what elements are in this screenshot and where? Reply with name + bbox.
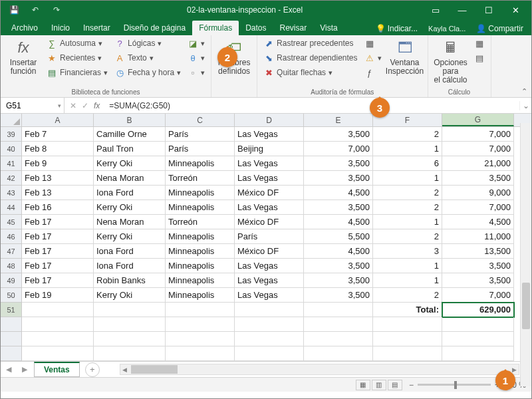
cell[interactable]: 3,500 [442,259,514,273]
cell[interactable]: Paul Tron [94,142,166,156]
cell[interactable] [94,317,166,332]
cell[interactable] [304,303,373,317]
cell[interactable] [304,317,373,332]
cell[interactable] [22,332,94,346]
cell[interactable] [235,317,304,332]
row-header[interactable]: 42 [1,171,22,186]
cell[interactable]: Feb 8 [22,142,94,156]
cell[interactable]: Las Vegas [235,273,304,288]
accept-formula-icon[interactable]: ✓ [82,101,88,110]
maximize-icon[interactable]: ☐ [475,1,502,19]
col-header-a[interactable]: A [22,114,94,126]
cell[interactable]: Iona Ford [94,186,166,200]
cell[interactable]: 5,500 [304,229,373,244]
cell[interactable]: Las Vegas [235,156,304,171]
row-header[interactable] [1,317,22,332]
cell[interactable]: Iona Ford [94,259,166,273]
col-header-b[interactable]: B [94,114,166,126]
scroll-thumb[interactable] [522,283,530,329]
cell[interactable]: 3 [373,244,442,259]
autosum-button[interactable]: ∑Autosuma ▾ [45,37,110,50]
row-header[interactable]: 45 [1,215,22,229]
cell[interactable] [373,346,442,361]
cell[interactable]: Kerry Oki [94,229,166,244]
financial-button[interactable]: ▤Financieras ▾ [45,66,110,79]
total-value[interactable]: 629,000 [442,303,514,317]
cell[interactable]: 2 [373,127,442,142]
cell[interactable]: Las Vegas [235,259,304,273]
cell[interactable]: 1 [373,215,442,229]
cell[interactable] [442,346,514,361]
tab-datos[interactable]: Datos [239,21,273,35]
cell[interactable] [235,303,304,317]
cell[interactable]: 3,500 [304,288,373,303]
redo-icon[interactable]: ↷ [46,1,67,19]
tab-inicio[interactable]: Inicio [45,21,76,35]
cell[interactable]: Nena Moran [94,171,166,186]
cell[interactable]: Minneapolis [166,273,235,288]
cell[interactable]: París [166,127,235,142]
vertical-scrollbar[interactable] [520,123,531,386]
col-header-c[interactable]: C [166,114,235,126]
cell[interactable]: 6 [373,156,442,171]
trace-precedents-button[interactable]: ⬈Rastrear precedentes [261,37,359,50]
cell[interactable]: Feb 13 [22,171,94,186]
sheet-nav-next-icon[interactable]: ▶ [17,365,33,374]
cell[interactable]: 2 [373,200,442,215]
expand-formula-icon[interactable]: ⌄ [519,101,531,110]
cell[interactable] [22,346,94,361]
cell[interactable]: 21,000 [442,156,514,171]
tab-insertar[interactable]: Insertar [76,21,117,35]
cell[interactable]: Las Vegas [235,127,304,142]
cell[interactable]: México DF [235,186,304,200]
cell[interactable]: Kerry Oki [94,156,166,171]
evaluate-button[interactable]: ƒ [362,66,384,79]
cell[interactable]: 1 [373,171,442,186]
cell[interactable] [235,332,304,346]
close-icon[interactable]: ✕ [502,1,529,19]
cell[interactable]: Minneapolis [166,156,235,171]
tab-archivo[interactable]: Archivo [5,21,45,35]
page-layout-view-icon[interactable]: ▥ [372,380,386,390]
row-header[interactable]: 47 [1,244,22,259]
cell[interactable]: Torreón [166,215,235,229]
row-header[interactable]: 40 [1,142,22,156]
date-button[interactable]: ◷Fecha y hora ▾ [112,66,183,79]
cell[interactable]: 7,000 [442,288,514,303]
cell[interactable]: México DF [235,244,304,259]
cell[interactable]: Feb 9 [22,156,94,171]
name-box[interactable]: G51 [1,98,65,113]
row-header[interactable]: 43 [1,186,22,200]
cell[interactable]: 4,500 [442,215,514,229]
calc-sheet-button[interactable]: ▤ [472,51,487,65]
cell[interactable]: 3,500 [304,200,373,215]
cell[interactable]: Las Vegas [235,288,304,303]
cell[interactable]: 3,500 [304,259,373,273]
cell[interactable]: 7,000 [442,127,514,142]
cell[interactable]: 1 [373,259,442,273]
row-header[interactable]: 46 [1,229,22,244]
cell[interactable]: Robin Banks [94,273,166,288]
cell[interactable]: Minneapolis [166,200,235,215]
row-header[interactable]: 50 [1,288,22,303]
cell[interactable]: 4,500 [304,215,373,229]
cell[interactable]: 3,500 [304,171,373,186]
zoom-slider[interactable] [418,384,491,386]
remove-arrows-button[interactable]: ✖Quitar flechas ▾ [261,66,359,79]
cell[interactable]: Kerry Oki [94,200,166,215]
tell-me[interactable]: 💡Indicar... [372,22,422,35]
row-header[interactable]: 49 [1,273,22,288]
cell[interactable] [94,332,166,346]
ribbon-options-icon[interactable]: ▭ [422,1,449,19]
spreadsheet-grid[interactable]: 39Feb 7Camille OrneParísLas Vegas3,50027… [1,127,531,361]
more-button[interactable]: ▫▾ [186,66,207,79]
minimize-icon[interactable]: — [449,1,475,19]
cell[interactable] [166,346,235,361]
cell[interactable] [94,303,166,317]
horizontal-scrollbar[interactable]: ◀ ▶ [120,364,519,375]
cell[interactable]: 7,000 [442,142,514,156]
cell[interactable]: 2 [373,288,442,303]
cell[interactable]: 3,500 [304,127,373,142]
cell[interactable]: París [235,229,304,244]
cell[interactable]: Feb 7 [22,127,94,142]
